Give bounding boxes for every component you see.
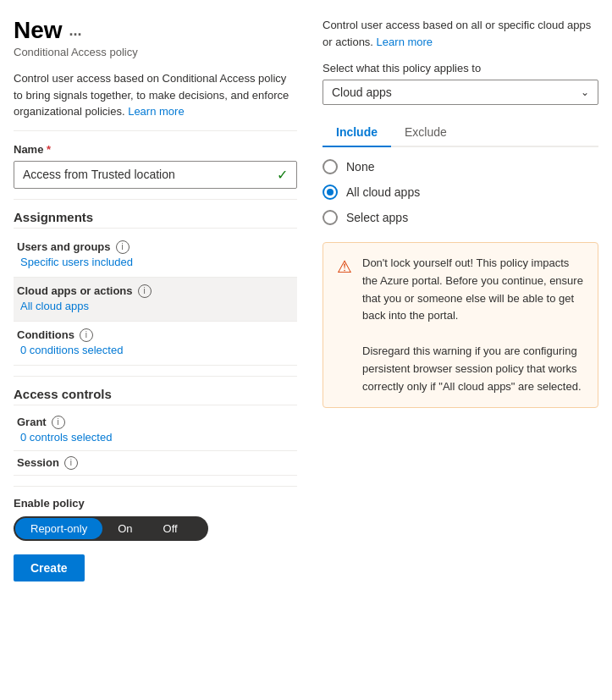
users-value: Specific users included [17, 254, 294, 270]
create-button[interactable]: Create [14, 554, 85, 581]
radio-circle-none [323, 159, 338, 174]
radio-circle-select [323, 210, 338, 225]
assignments-heading: Assignments [14, 210, 297, 229]
tab-exclude[interactable]: Exclude [391, 119, 460, 147]
radio-dot-all [327, 189, 334, 196]
grant-info-icon[interactable]: i [52, 416, 65, 429]
dropdown-value: Cloud apps [332, 85, 392, 99]
grant-label: Grant [17, 416, 47, 428]
left-description: Control user access based on Conditional… [14, 70, 297, 120]
left-panel: New ... Conditional Access policy Contro… [14, 17, 314, 581]
page-subtitle: Conditional Access policy [14, 46, 297, 58]
warning-triangle-icon: ⚠ [337, 256, 352, 395]
radio-label-select: Select apps [346, 211, 408, 224]
toggle-off[interactable]: Off [148, 518, 193, 539]
toggle-on[interactable]: On [102, 518, 147, 539]
name-input[interactable] [23, 168, 277, 181]
users-and-groups-nav[interactable]: Users and groups i Specific users includ… [14, 234, 297, 278]
right-description: Control user access based on all or spec… [323, 17, 598, 50]
chevron-down-icon: ⌄ [581, 86, 589, 98]
right-panel: Control user access based on all or spec… [314, 17, 598, 581]
conditions-info-icon[interactable]: i [80, 328, 93, 342]
radio-label-all: All cloud apps [346, 185, 420, 199]
conditions-label: Conditions [17, 328, 74, 341]
learn-more-link-right[interactable]: Learn more [377, 36, 433, 48]
cloud-apps-nav[interactable]: Cloud apps or actions i All cloud apps [14, 278, 297, 322]
cloud-apps-label: Cloud apps or actions [17, 284, 133, 297]
radio-label-none: None [346, 160, 374, 174]
radio-select-apps[interactable]: Select apps [323, 210, 598, 225]
required-indicator: * [47, 143, 51, 156]
session-nav[interactable]: Session i [14, 451, 297, 476]
radio-group: None All cloud apps Select apps [323, 159, 598, 225]
page-title: New [14, 17, 63, 44]
users-label: Users and groups [17, 240, 111, 253]
name-label: Name * [14, 143, 297, 156]
warning-text: Don't lock yourself out! This policy imp… [362, 255, 584, 395]
policy-applies-label: Select what this policy applies to [323, 62, 598, 74]
session-label: Session [17, 456, 59, 469]
cloud-apps-dropdown[interactable]: Cloud apps ⌄ [323, 80, 598, 105]
check-icon: ✓ [277, 167, 288, 183]
cloud-apps-value: All cloud apps [17, 298, 294, 314]
toggle-report-only[interactable]: Report-only [15, 518, 102, 539]
radio-all-cloud-apps[interactable]: All cloud apps [323, 185, 598, 200]
grant-nav[interactable]: Grant i 0 controls selected [14, 411, 297, 451]
users-info-icon[interactable]: i [116, 240, 130, 254]
name-input-wrapper[interactable]: ✓ [14, 161, 297, 189]
page-title-row: New ... [14, 17, 297, 44]
ellipsis-menu[interactable]: ... [69, 22, 82, 40]
tab-include[interactable]: Include [323, 119, 391, 147]
access-controls-heading: Access controls [14, 387, 297, 405]
radio-none[interactable]: None [323, 159, 598, 174]
radio-circle-all [323, 185, 338, 200]
grant-value: 0 controls selected [17, 429, 294, 445]
conditions-nav[interactable]: Conditions i 0 conditions selected [14, 322, 297, 366]
conditions-value: 0 conditions selected [17, 342, 294, 358]
enable-label: Enable policy [14, 497, 297, 510]
cloud-apps-info-icon[interactable]: i [138, 284, 152, 298]
warning-box: ⚠ Don't lock yourself out! This policy i… [323, 242, 598, 408]
session-info-icon[interactable]: i [64, 456, 78, 470]
enable-policy-section: Enable policy Report-only On Off [14, 497, 297, 541]
tabs-row: Include Exclude [323, 119, 598, 147]
toggle-group[interactable]: Report-only On Off [14, 516, 208, 541]
learn-more-link-left[interactable]: Learn more [128, 105, 184, 118]
